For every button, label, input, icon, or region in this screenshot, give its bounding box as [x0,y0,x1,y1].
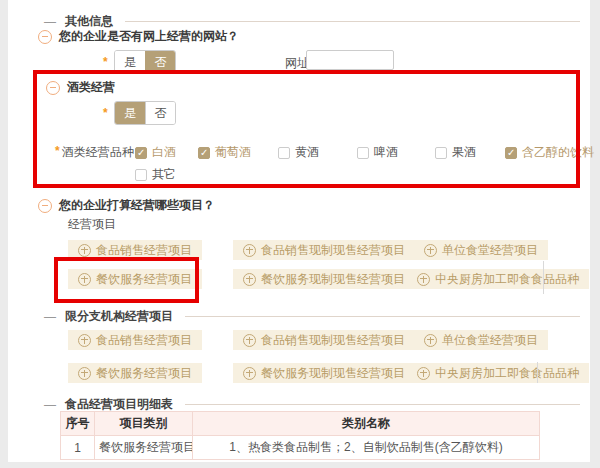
collapse-circle-icon [46,81,60,95]
table-row: 1 餐饮服务经营项目 1、热食类食品制售；2、自制饮品制售(含乙醇饮料) [61,436,540,460]
cell-name: 1、热食类食品制售；2、自制饮品制售(含乙醇饮料) [193,436,540,460]
project-button-central-kitchen[interactable]: 中央厨房加工即食食品品种 [407,269,589,289]
checkbox-wine[interactable]: 葡萄酒 [198,144,251,161]
checkbox-ethanol-drinks[interactable]: 含乙醇的饮料 [505,144,594,161]
circle-plus-icon [424,334,437,347]
question-text: 您的企业打算经营哪些项目？ [59,197,215,214]
branch-button-canteen[interactable]: 单位食堂经营项目 [414,330,548,350]
url-input[interactable] [306,50,394,70]
circle-plus-icon [243,367,256,380]
yes-button[interactable]: 是 [115,51,145,73]
checkbox-huangjiu[interactable]: 黄酒 [278,144,319,161]
required-asterisk: * [103,55,108,69]
question-text: 您的企业是否有网上经营的网站？ [59,28,239,45]
checkbox-fruit-wine[interactable]: 果酒 [435,144,476,161]
section-dash: — [44,398,56,412]
table-header-row: 序号 项目类别 类别名称 [61,412,540,436]
branch-button-catering[interactable]: 餐饮服务经营项目 [68,363,202,383]
page-background: — 其他信息 您的企业是否有网上经营的网站？ * 是 否 网址 酒类经营 * 是… [0,0,600,468]
divider-line [185,316,580,317]
branch-button-central-kitchen[interactable]: 中央厨房加工即食食品品种 [407,363,589,383]
website-yes-no-toggle: 是 否 [114,50,176,74]
checkbox-unchecked-icon[interactable] [435,147,447,159]
variety-label-row: * 酒类经营品种 [55,144,134,161]
circle-plus-icon [417,273,430,286]
circle-plus-icon [243,334,256,347]
no-button[interactable]: 否 [145,51,175,73]
detail-table: 序号 项目类别 类别名称 1 餐饮服务经营项目 1、热食类食品制售；2、自制饮品… [60,411,540,460]
question-projects: 您的企业打算经营哪些项目？ [38,197,215,214]
checkbox-unchecked-icon[interactable] [135,169,147,181]
checkbox-checked-icon[interactable] [198,147,210,159]
checkbox-checked-icon[interactable] [135,147,147,159]
question-website: 您的企业是否有网上经营的网站？ [38,28,239,45]
required-asterisk: * [103,106,108,120]
alcohol-title: 酒类经营 [67,79,115,96]
checkbox-unchecked-icon[interactable] [357,147,369,159]
scrollbar-line [537,362,538,383]
project-button-food-sale-onsite[interactable]: 食品销售现制现售经营项目 [233,240,415,260]
section-dash: — [44,15,56,29]
col-header-category: 项目类别 [95,412,193,436]
yes-button[interactable]: 是 [115,102,145,124]
circle-plus-icon [78,334,91,347]
variety-label: 酒类经营品种 [62,144,134,161]
project-button-food-sale[interactable]: 食品销售经营项目 [68,240,202,260]
checkbox-beer[interactable]: 啤酒 [357,144,398,161]
circle-plus-icon [417,367,430,380]
cell-category: 餐饮服务经营项目 [95,436,193,460]
branch-button-food-sale[interactable]: 食品销售经营项目 [68,330,202,350]
circle-plus-icon [78,244,91,257]
circle-plus-icon [243,244,256,257]
scrollbar-line [543,261,544,294]
collapse-circle-icon [38,30,52,44]
col-header-name: 类别名称 [193,412,540,436]
circle-plus-icon [243,273,256,286]
checkbox-other[interactable]: 其它 [135,166,176,183]
checkbox-baijiu[interactable]: 白酒 [135,144,176,161]
circle-plus-icon [78,367,91,380]
circle-plus-icon [424,244,437,257]
alcohol-section-header: 酒类经营 [46,79,115,96]
alcohol-yes-no-toggle: 是 否 [114,101,176,125]
cell-seq: 1 [61,436,95,460]
required-asterisk: * [55,144,60,161]
checkbox-checked-icon[interactable] [505,147,517,159]
collapse-circle-icon [38,199,52,213]
project-button-catering-onsite[interactable]: 餐饮服务现制现售经营项目 [233,269,415,289]
section-dash: — [44,310,56,324]
branch-button-food-sale-onsite[interactable]: 食品销售现制现售经营项目 [233,330,415,350]
checkbox-unchecked-icon[interactable] [278,147,290,159]
circle-plus-icon [78,273,91,286]
col-header-seq: 序号 [61,412,95,436]
projects-group-label: 经营项目 [68,216,116,233]
no-button[interactable]: 否 [145,102,175,124]
section-header-branch: — 限分支机构经营项目 [44,308,580,325]
divider-line [185,404,580,405]
project-button-catering[interactable]: 餐饮服务经营项目 [68,269,202,289]
section-title: 限分支机构经营项目 [65,308,173,325]
project-button-canteen[interactable]: 单位食堂经营项目 [414,240,548,260]
divider-line [125,21,580,22]
branch-button-catering-onsite[interactable]: 餐饮服务现制现售经营项目 [233,363,415,383]
